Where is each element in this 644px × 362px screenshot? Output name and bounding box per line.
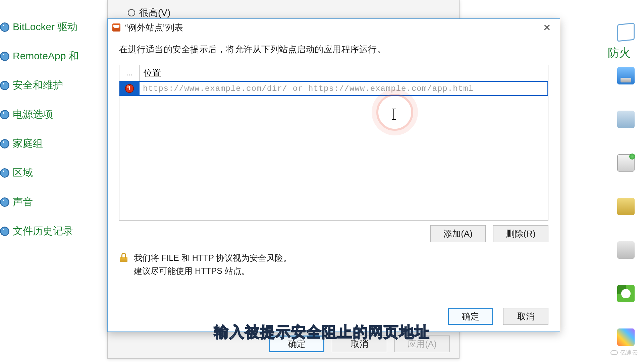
safe-icon[interactable] — [617, 198, 635, 215]
control-panel-items-left: BitLocker 驱动 RemoteApp 和 安全和维护 电源选项 家庭组 … — [0, 0, 101, 362]
ok-button[interactable]: 确定 — [448, 308, 493, 325]
cp-item-bitlocker[interactable]: BitLocker 驱动 — [0, 20, 101, 34]
hint-line-1: 我们将 FILE 和 HTTP 协议视为安全风险。 — [134, 251, 291, 264]
header-icon-col[interactable]: ... — [119, 65, 140, 81]
security-icon — [0, 81, 9, 90]
watermark: 亿速云 — [610, 349, 638, 357]
exception-site-list: ... 位置 — [119, 65, 548, 221]
cp-item-sound[interactable]: 声音 — [0, 195, 101, 209]
cp-item-label: BitLocker 驱动 — [13, 20, 77, 34]
lock-open-icon — [119, 253, 128, 262]
remove-button[interactable]: 删除(R) — [493, 225, 548, 242]
cp-item-security-maintenance[interactable]: 安全和维护 — [0, 78, 101, 92]
cp-item-label: 文件历史记录 — [13, 224, 73, 238]
filehistory-icon — [0, 227, 9, 236]
dialog-description: 在进行适当的安全提示后，将允许从下列站点启动的应用程序运行。 — [119, 44, 548, 55]
hint-line-2: 建议尽可能使用 HTTPS 站点。 — [134, 264, 291, 278]
close-button[interactable]: ✕ — [538, 21, 555, 34]
power-icon — [0, 110, 9, 119]
java-icon — [112, 23, 120, 32]
site-url-input[interactable] — [142, 82, 545, 95]
devices-icon[interactable] — [617, 241, 635, 259]
watermark-text: 亿速云 — [620, 349, 638, 357]
network-tower-icon[interactable] — [617, 154, 635, 172]
site-row[interactable] — [119, 81, 548, 96]
cp-item-label: 声音 — [13, 195, 33, 209]
cp-item-homegroup[interactable]: 家庭组 — [0, 137, 101, 150]
header-location-col[interactable]: 位置 — [140, 65, 548, 81]
control-panel-items-right — [614, 23, 638, 346]
document-icon[interactable] — [617, 22, 635, 42]
list-header: ... 位置 — [119, 65, 548, 81]
usb-windows-icon[interactable] — [617, 67, 635, 84]
security-hint: 我们将 FILE 和 HTTP 协议视为安全风险。 建议尽可能使用 HTTPS … — [119, 251, 548, 278]
storage-spaces-icon[interactable] — [617, 111, 635, 128]
cp-item-label: RemoteApp 和 — [13, 49, 79, 63]
add-button[interactable]: 添加(A) — [430, 225, 486, 242]
close-icon: ✕ — [543, 22, 551, 33]
text-cursor-icon — [393, 109, 394, 120]
personalization-icon[interactable] — [617, 328, 635, 346]
cp-item-file-history[interactable]: 文件历史记录 — [0, 224, 101, 238]
site-row-status-cell — [119, 81, 140, 96]
dialog-titlebar[interactable]: “例外站点”列表 ✕ — [108, 19, 560, 36]
cancel-button[interactable]: 取消 — [503, 308, 548, 325]
security-level-very-high-row[interactable]: 很高(V) — [128, 6, 170, 19]
cp-item-label: 区域 — [13, 166, 33, 180]
bitlocker-icon — [0, 22, 9, 32]
cp-item-label: 安全和维护 — [13, 78, 63, 92]
cp-item-label: 家庭组 — [13, 137, 43, 150]
sync-center-icon[interactable] — [617, 285, 635, 302]
warning-icon — [125, 84, 134, 93]
dialog-title: “例外站点”列表 — [125, 22, 183, 34]
video-subtitle: 输入被提示安全阻止的网页地址 — [214, 322, 430, 342]
cp-item-remoteapp[interactable]: RemoteApp 和 — [0, 49, 101, 63]
radio-label: 很高(V) — [139, 6, 170, 19]
cp-item-label: 电源选项 — [13, 108, 53, 121]
radio-unchecked-icon — [128, 9, 135, 16]
watermark-icon — [610, 350, 618, 355]
cp-item-power-options[interactable]: 电源选项 — [0, 108, 101, 121]
site-row-url-cell[interactable] — [140, 81, 548, 96]
homegroup-icon — [0, 139, 9, 148]
remoteapp-icon — [0, 52, 9, 61]
cp-item-region[interactable]: 区域 — [0, 166, 101, 180]
exception-site-list-dialog: “例外站点”列表 ✕ 在进行适当的安全提示后，将允许从下列站点启动的应用程序运行… — [107, 18, 560, 332]
sound-icon — [0, 197, 9, 207]
region-icon — [0, 168, 9, 178]
